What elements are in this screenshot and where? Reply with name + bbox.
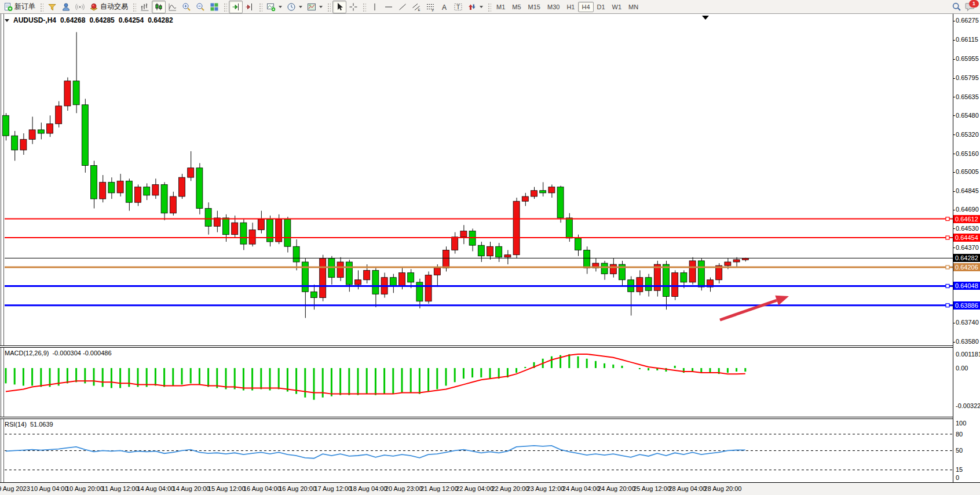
- time-label: 10 Aug 04:00: [31, 485, 68, 492]
- time-label: 16 Aug 20:00: [279, 485, 316, 492]
- ohlc-low: 0.64254: [119, 16, 144, 24]
- notifications-button[interactable]: 1: [965, 2, 975, 12]
- timeframe-M15[interactable]: M15: [525, 2, 544, 12]
- rsi-label: RSI(14): [5, 421, 27, 428]
- time-axis[interactable]: 9 Aug 202310 Aug 04:0010 Aug 20:0011 Aug…: [0, 482, 980, 495]
- funnel-icon: [47, 2, 57, 12]
- bar-chart-button[interactable]: [138, 1, 152, 13]
- macd-label: MACD(12,26,9): [5, 350, 49, 356]
- candlesticks: [3, 32, 749, 318]
- timeframe-M30[interactable]: M30: [544, 2, 563, 12]
- notification-badge: 1: [969, 0, 979, 8]
- funnel-button[interactable]: [45, 1, 59, 13]
- time-label: 18 Aug 04:00: [350, 485, 387, 492]
- zoom-out-icon: [196, 2, 205, 12]
- indicators-icon: [266, 2, 276, 12]
- zoom-out-button[interactable]: [193, 1, 207, 13]
- price-tick-mark: [953, 40, 955, 41]
- price-tick-mark: [953, 134, 955, 135]
- timeframe-M1[interactable]: M1: [493, 2, 509, 12]
- toolbar-grip: [362, 2, 366, 12]
- horizontal-line-tool-button[interactable]: [382, 1, 396, 13]
- new-order-button[interactable]: 新订单: [1, 1, 38, 13]
- price-tick-mark: [953, 59, 955, 60]
- price-tick: 0.65005: [956, 168, 979, 175]
- price-label-0.64454: 0.64454: [953, 234, 980, 242]
- time-label: 24 Aug 04:00: [562, 485, 600, 492]
- chart-shift-marker[interactable]: [702, 16, 709, 20]
- chevron-down-icon: [279, 6, 282, 8]
- price-tick-mark: [953, 191, 955, 192]
- price-tick-mark: [953, 228, 955, 229]
- text-label-icon: T: [454, 2, 463, 12]
- rsi-pane-header: RSI(14) 51.0639: [5, 421, 53, 428]
- svg-text:A: A: [442, 3, 447, 11]
- channel-tool-button[interactable]: E: [409, 1, 423, 13]
- timeframe-W1[interactable]: W1: [609, 2, 626, 12]
- price-tick: 0.65160: [956, 150, 979, 157]
- line-chart-icon: [168, 2, 177, 12]
- trendline-icon: [398, 2, 407, 12]
- text-tool-icon: A: [440, 2, 449, 12]
- chart-canvas: [0, 14, 980, 495]
- horizontal-lines[interactable]: [5, 217, 953, 307]
- svg-text:F: F: [432, 8, 434, 12]
- bar-chart-icon: [140, 2, 149, 12]
- cursor-button[interactable]: [332, 1, 346, 13]
- price-tick: 0.65955: [956, 55, 979, 62]
- text-tool-button[interactable]: A: [437, 1, 451, 13]
- price-tick-mark: [953, 21, 955, 21]
- vertical-line-icon: [370, 2, 379, 12]
- indicators-button[interactable]: [264, 1, 284, 13]
- vertical-line-tool-button[interactable]: [368, 1, 382, 13]
- price-axis[interactable]: 0.662750.661150.659550.657950.656350.654…: [953, 14, 980, 482]
- chevron-down-icon: [480, 6, 483, 8]
- arrows-shapes-icon: [467, 2, 477, 12]
- price-tick: 0.65480: [956, 112, 979, 119]
- arrows-tool-button[interactable]: [465, 1, 485, 13]
- profile-button[interactable]: [59, 1, 73, 13]
- trendline-tool-button[interactable]: [396, 1, 409, 13]
- templates-button[interactable]: [305, 1, 325, 13]
- signals-button[interactable]: [73, 1, 87, 13]
- pane-separator[interactable]: [0, 417, 953, 419]
- chart-symbol-title: AUDUSD-,H4: [13, 16, 56, 24]
- toolbar-grip: [132, 2, 136, 12]
- line-chart-button[interactable]: [166, 1, 180, 13]
- ohlc-high: 0.64285: [89, 16, 114, 24]
- collapse-triangle-icon[interactable]: [5, 19, 9, 22]
- price-label-0.64612: 0.64612: [953, 215, 980, 223]
- timeframe-H4[interactable]: H4: [578, 2, 593, 12]
- timeframe-M5[interactable]: M5: [509, 2, 524, 12]
- zoom-in-button[interactable]: [180, 1, 193, 13]
- auto-scroll-button[interactable]: [229, 1, 243, 13]
- time-label: 14 Aug 04:00: [137, 485, 174, 492]
- tile-windows-button[interactable]: [207, 1, 221, 13]
- timeframe-D1[interactable]: D1: [594, 2, 609, 12]
- text-label-tool-button[interactable]: T: [451, 1, 465, 13]
- timeframe-H1[interactable]: H1: [563, 2, 578, 12]
- pane-separator[interactable]: [0, 345, 953, 348]
- price-tick: 0.65320: [956, 131, 979, 138]
- chart-shift-button[interactable]: [243, 1, 257, 13]
- price-tick: 0.65635: [956, 93, 979, 100]
- auto-trading-button[interactable]: 自动交易: [87, 1, 130, 13]
- toolbar-grip: [258, 2, 262, 12]
- time-label: 28 Aug 20:00: [704, 485, 742, 492]
- toolbar-grip: [487, 2, 491, 12]
- profile-icon: [61, 2, 71, 12]
- fibonacci-tool-button[interactable]: F: [423, 1, 437, 13]
- price-tick: 0.64690: [956, 206, 979, 213]
- periods-button[interactable]: [284, 1, 305, 13]
- crosshair-button[interactable]: [346, 1, 360, 13]
- time-label: 21 Aug 12:00: [420, 485, 458, 492]
- trend-arrow[interactable]: [720, 296, 789, 320]
- candlestick-chart-button[interactable]: [152, 1, 166, 13]
- new-order-icon: [3, 2, 13, 12]
- timeframe-MN[interactable]: MN: [625, 2, 642, 12]
- time-label: 25 Aug 12:00: [633, 485, 671, 492]
- price-tick-mark: [953, 154, 955, 154]
- chart-window[interactable]: AUDUSD-,H4 0.64268 0.64285 0.64254 0.642…: [0, 14, 980, 495]
- time-label: 17 Aug 12:00: [314, 485, 352, 492]
- search-icon[interactable]: [952, 2, 961, 12]
